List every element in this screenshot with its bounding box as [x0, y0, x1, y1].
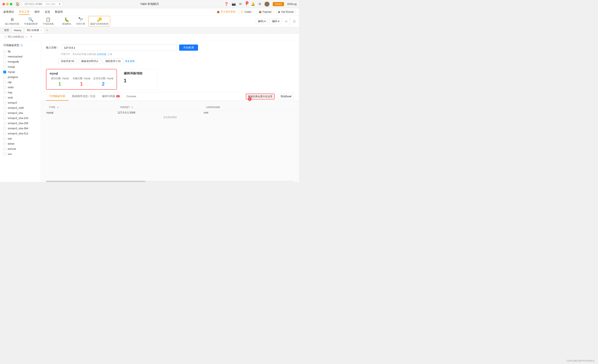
checkbox-ftp[interactable] [3, 50, 6, 53]
url-bar[interactable]: 127.0.0.1 47464 CPU 16% ✦ [22, 2, 63, 6]
tab-plugin-info[interactable]: 基础插件信息 / 日志 [68, 92, 99, 100]
concurrency-btn[interactable]: 目标并发:50 [58, 58, 77, 64]
checkbox-smb[interactable] [3, 96, 6, 99]
tab-history[interactable]: History [11, 28, 24, 33]
arrow-up-icon[interactable]: ↑ [289, 18, 291, 21]
nav-database[interactable]: 数据库 [55, 9, 63, 15]
nav-plugins[interactable]: 插件 [34, 9, 40, 15]
tool-vuln-detect[interactable]: 🔍 专项漏洞检测 [22, 16, 39, 26]
sidebar-item-memcached[interactable]: memcached [0, 54, 41, 59]
checkbox-memcached[interactable] [3, 55, 6, 58]
checkbox-snmpv3_md5[interactable] [3, 107, 6, 109]
sidebar-item-ssh[interactable]: ssh [0, 136, 41, 141]
tool-space-engine[interactable]: 🔭 空间引擎 [75, 16, 87, 26]
tab-add-icon[interactable]: + [46, 29, 48, 32]
subtab-close-icon[interactable]: ✕ [25, 36, 27, 38]
stop-on-success-btn[interactable]: 爆破成功即停止 [79, 58, 101, 64]
sidebar-item-telnet[interactable]: telnet [0, 141, 41, 146]
nav-reverse[interactable]: 反连 [45, 9, 50, 15]
nav-pentest[interactable]: 渗透测试 [3, 9, 14, 15]
export-excel-btn[interactable]: 导出Excel [278, 94, 294, 99]
sidebar-item-redis[interactable]: redis [0, 85, 41, 90]
checkbox-postgres[interactable] [3, 76, 6, 79]
sidebar-item-mssql[interactable]: mssql [0, 64, 41, 69]
type-filter-icon[interactable]: ▼ [57, 106, 59, 108]
close-dot[interactable] [2, 3, 5, 5]
checkbox-mongodb[interactable] [3, 60, 6, 63]
sidebar-item-postgres[interactable]: postgres [0, 74, 41, 80]
table-row[interactable]: mysql 127.0.0.1:3306 root [46, 111, 294, 115]
encode-dropdown[interactable]: 编码 ▾ [270, 18, 282, 24]
checkbox-snmpv2[interactable] [3, 101, 6, 104]
codec-active-btn[interactable]: Codec [273, 2, 284, 6]
tool-subdomain[interactable]: 📋 子域名收集 [41, 16, 55, 26]
tab-vulns[interactable]: 漏洞与风险 1 [99, 92, 123, 100]
update-icon[interactable]: ⬆1 [245, 2, 248, 6]
hint-link[interactable]: 点击此处 [97, 53, 107, 56]
target-filter-icon[interactable]: ▼ [131, 106, 133, 108]
sidebar-item-tomcat[interactable]: tomcat [0, 146, 41, 151]
checkbox-telnet[interactable] [3, 142, 6, 145]
camera-icon[interactable]: 📷 [232, 2, 236, 6]
more-params-link[interactable]: 更多参数 [125, 59, 135, 63]
sidebar-item-snmpv3_sha-256[interactable]: snmpv3_sha-256 [0, 121, 41, 126]
arrow-down-icon[interactable]: ↓ [289, 22, 291, 25]
dnslog-btn[interactable]: DNSLog [287, 3, 297, 6]
help-icon[interactable]: ❓ [224, 2, 228, 6]
codec-nav-btn[interactable]: ⚡ Codec [239, 10, 253, 14]
checkbox-vnc[interactable] [3, 153, 6, 156]
tool-brute-force[interactable]: 🔑 爆破与未授权检测 [88, 16, 110, 26]
checkbox-snmpv3_sha[interactable] [3, 112, 6, 115]
tab-brute-results[interactable]: 可用爆破结果 [46, 92, 68, 100]
tab-home[interactable]: 首页 [2, 28, 11, 33]
sidebar-item-snmpv3_md5[interactable]: snmpv3_md5 [0, 105, 41, 110]
checkbox-mssql[interactable] [3, 66, 6, 68]
tab-close-icon[interactable]: ✕ [41, 29, 42, 31]
sidebar-item-snmpv2[interactable]: snmpv2 [0, 100, 41, 105]
avatar[interactable] [265, 2, 269, 7]
checkbox-snmpv3_sha-224[interactable] [3, 117, 6, 120]
checkbox-mysql[interactable] [3, 71, 6, 74]
settings-icon[interactable]: ⚙ [258, 2, 261, 6]
decode-dropdown[interactable]: 解码 ▾ [256, 18, 268, 24]
start-detect-btn[interactable]: 开始检测 [179, 44, 198, 51]
subtab-weak-password[interactable]: 📄 弱口令检测-[1] ✕ [2, 34, 29, 39]
tool-crawler[interactable]: 🐛 基础爬虫 [60, 16, 73, 26]
checkbox-rtsp[interactable] [3, 91, 6, 94]
minimize-dot[interactable] [6, 3, 9, 5]
subtab-add-icon[interactable]: + [30, 35, 33, 39]
sidebar-item-ftp[interactable]: ftp [0, 49, 41, 54]
tool-port-scan[interactable]: 🖥 端口/指纹扫描 [3, 17, 21, 26]
sidebar-item-rdp[interactable]: rdp [0, 80, 41, 85]
sidebar-item-vnc[interactable]: vnc [0, 151, 41, 157]
target-input[interactable] [62, 44, 177, 51]
checkbox-rdp[interactable] [3, 81, 6, 84]
random-pause-btn[interactable]: 随机暂停:1-5s [103, 58, 124, 64]
import-resources-btn[interactable]: 📤 导入协作资源 [217, 10, 235, 14]
tab-weak-password[interactable]: 弱口令检测 ✕ [25, 27, 44, 33]
sidebar-item-snmpv3_sha-384[interactable]: snmpv3_sha-384 [0, 126, 41, 131]
sidebar-item-snmpv3_sha-512[interactable]: snmpv3_sha-512 [0, 131, 41, 136]
checkbox-redis[interactable] [3, 86, 6, 89]
swap-icon[interactable]: ⇄ [285, 20, 288, 23]
checkbox-snmpv3_sha-384[interactable] [3, 127, 6, 130]
sidebar-item-smb[interactable]: smb [0, 95, 41, 100]
checkbox-snmpv3_sha-256[interactable] [3, 122, 6, 125]
checkbox-ssh[interactable] [3, 137, 6, 140]
bell-icon[interactable]: 🔔 [251, 2, 255, 6]
horizontal-scrollbar[interactable] [46, 181, 294, 182]
message-icon[interactable]: ✉ [239, 2, 242, 6]
sidebar-item-snmpv3_sha[interactable]: snmpv3_sha [0, 110, 41, 116]
home-icon[interactable]: 🏠 [16, 2, 20, 6]
maximize-dot[interactable] [10, 3, 12, 5]
menu-icon[interactable]: ☰ [293, 20, 296, 23]
sidebar-item-snmpv3_sha-224[interactable]: snmpv3_sha-224 [0, 116, 41, 121]
nav-security-tools[interactable]: 安全工具 [19, 9, 30, 15]
checkbox-tomcat[interactable] [3, 148, 6, 150]
yak-runner-btn[interactable]: ▶ Yak Runner [277, 10, 296, 14]
tab-console[interactable]: Console [123, 93, 140, 100]
payload-nav-btn[interactable]: 📦 Payload [257, 10, 273, 14]
sidebar-item-mysql[interactable]: mysql [0, 69, 41, 74]
sidebar-item-mongodb[interactable]: mongodb [0, 59, 41, 64]
checkbox-snmpv3_sha-512[interactable] [3, 132, 6, 135]
